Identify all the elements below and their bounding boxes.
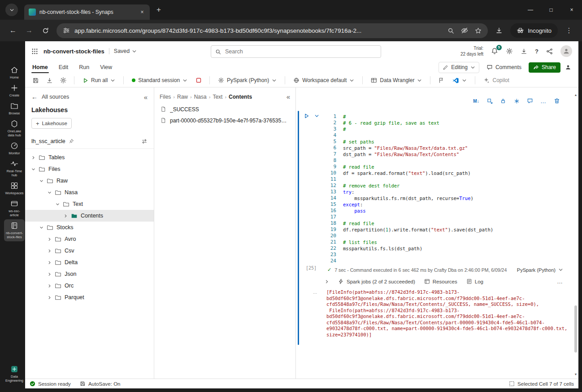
chevron-down-icon[interactable] bbox=[31, 167, 35, 171]
breadcrumb-item[interactable]: Text bbox=[213, 94, 222, 100]
search-input[interactable] bbox=[224, 48, 377, 55]
rail-item-create[interactable]: Create bbox=[4, 82, 25, 100]
code-line[interactable]: # read file bbox=[343, 220, 493, 226]
code-line[interactable]: except: bbox=[343, 201, 493, 208]
rail-item-nb-convert-stock-files[interactable]: nb-convert-stock-files bbox=[4, 219, 25, 241]
spark-jobs-tab[interactable]: Spark jobs (2 of 2 succeeded) bbox=[338, 279, 415, 284]
code-line[interactable]: mssparkutils.fs.rm(dst_path, recurse=Tru… bbox=[343, 195, 493, 201]
tree-item-avro[interactable]: Avro bbox=[25, 233, 154, 245]
output-overflow-icon[interactable]: ... bbox=[313, 289, 317, 295]
code-line[interactable]: # read file bbox=[343, 164, 493, 170]
browser-tab[interactable]: nb-convert-stock-files - Synaps × bbox=[24, 4, 150, 20]
environment-dropdown[interactable]: Workspace default bbox=[291, 75, 356, 86]
convert-to-markdown-icon[interactable]: M↓ bbox=[473, 97, 480, 105]
chevron-down-icon[interactable] bbox=[39, 226, 43, 230]
pin-icon[interactable] bbox=[69, 139, 74, 144]
rail-item-workspaces[interactable]: Workspaces bbox=[4, 179, 25, 197]
chevron-down-icon[interactable] bbox=[39, 179, 43, 183]
code-line[interactable]: # bbox=[343, 113, 493, 120]
tab-close-icon[interactable]: × bbox=[138, 8, 146, 16]
forward-button[interactable]: → bbox=[22, 23, 37, 38]
downloads-button[interactable] bbox=[491, 23, 507, 38]
rail-item-realtime[interactable]: Real-Time hub bbox=[4, 157, 25, 179]
tree-item-csv[interactable]: Csv bbox=[25, 245, 154, 257]
breadcrumb-item[interactable]: Contents bbox=[229, 94, 252, 100]
code-line[interactable] bbox=[343, 157, 493, 164]
downloads-icon[interactable] bbox=[521, 48, 527, 55]
output-expander-chevron-icon[interactable] bbox=[325, 279, 329, 284]
breadcrumb-item[interactable]: Raw bbox=[177, 94, 188, 100]
run-cell-button[interactable] bbox=[304, 113, 309, 119]
tree-item-raw[interactable]: Raw bbox=[25, 175, 154, 187]
code-line[interactable]: src_path = "Files/Raw/Nasa/Text/data.txt… bbox=[343, 145, 493, 151]
breadcrumb-item[interactable]: Nasa bbox=[194, 94, 207, 100]
data-wrangler-dropdown[interactable]: Data Wrangler bbox=[369, 75, 424, 86]
code-line[interactable]: try: bbox=[343, 189, 493, 195]
account-avatar[interactable] bbox=[560, 45, 572, 57]
scroll-down-icon[interactable]: ▼ bbox=[573, 371, 578, 377]
code-line[interactable]: # list files bbox=[343, 239, 493, 245]
code-line[interactable]: dst_path = "Files/Raw/Nasa/Text/Contents… bbox=[343, 151, 493, 157]
code-line[interactable]: # 6 - read gzip file, save as text bbox=[343, 120, 493, 126]
run-all-button[interactable]: Run all bbox=[80, 75, 117, 86]
chevron-down-icon[interactable] bbox=[48, 191, 52, 195]
tree-item-text[interactable]: Text bbox=[25, 198, 154, 210]
output-text[interactable]: [FileInfo(path=abfss://8742d3fd-917c-498… bbox=[326, 289, 568, 338]
rail-item-monitor[interactable]: Monitor bbox=[4, 139, 25, 157]
chevron-down-icon[interactable] bbox=[56, 202, 60, 206]
tree-item-orc[interactable]: Orc bbox=[25, 280, 154, 292]
tree-item-contents[interactable]: Contents bbox=[25, 210, 154, 222]
code-line[interactable] bbox=[343, 258, 493, 264]
bookmark-star-icon[interactable] bbox=[475, 27, 482, 34]
scrollbar-thumb[interactable] bbox=[574, 305, 577, 353]
eye-off-icon[interactable] bbox=[461, 27, 468, 34]
rail-item-data-engineering[interactable]: Data Engineering bbox=[4, 363, 25, 385]
collapse-files-button[interactable]: « bbox=[287, 93, 290, 100]
new-tab-button[interactable]: + bbox=[152, 4, 165, 16]
chevron-right-icon[interactable] bbox=[48, 284, 52, 288]
breadcrumb-item[interactable]: Files bbox=[160, 94, 171, 100]
resources-tab[interactable]: Resources bbox=[424, 279, 457, 284]
tab-edit[interactable]: Edit bbox=[59, 61, 69, 74]
browser-menu-button[interactable]: ⋮ bbox=[561, 23, 577, 38]
code-lines[interactable]: ## 6 - read gzip file, save as text# # s… bbox=[343, 113, 493, 264]
comments-button[interactable]: Comments bbox=[484, 62, 524, 73]
collapse-explorer-button[interactable]: « bbox=[144, 94, 148, 100]
code-line[interactable]: df.repartition(1).write.format("text").s… bbox=[343, 226, 493, 233]
code-line[interactable] bbox=[343, 252, 493, 258]
save-button[interactable] bbox=[30, 75, 40, 85]
code-line[interactable]: # remove dest folder bbox=[343, 183, 493, 189]
all-sources-link[interactable]: All sources bbox=[42, 94, 69, 100]
chevron-right-icon[interactable] bbox=[64, 214, 68, 218]
site-info-icon[interactable] bbox=[63, 27, 70, 34]
move-cell-icon[interactable] bbox=[486, 97, 493, 105]
rail-item-onelake[interactable]: OneLake data hub bbox=[4, 118, 25, 139]
chevron-right-icon[interactable] bbox=[48, 249, 52, 253]
tree-item-parquet[interactable]: Parquet bbox=[25, 292, 154, 303]
output-more-icon[interactable]: … bbox=[557, 278, 563, 285]
tab-view[interactable]: View bbox=[100, 61, 112, 74]
back-button[interactable]: ← bbox=[5, 23, 21, 38]
code-line[interactable]: # set paths bbox=[343, 139, 493, 145]
back-arrow-icon[interactable]: ← bbox=[31, 93, 38, 100]
scroll-up-icon[interactable]: ▲ bbox=[573, 92, 578, 97]
toolbar-settings-icon[interactable] bbox=[58, 75, 68, 85]
session-dropdown[interactable]: Standard session bbox=[130, 75, 190, 86]
editing-mode-dropdown[interactable]: Editing bbox=[439, 62, 479, 73]
save-state-dropdown[interactable]: Saved bbox=[114, 48, 137, 54]
export-button[interactable] bbox=[44, 75, 54, 85]
settings-gear-icon[interactable] bbox=[506, 48, 513, 55]
waffle-icon[interactable] bbox=[31, 48, 38, 55]
zoom-icon[interactable] bbox=[447, 27, 454, 34]
tree-item-delta[interactable]: Delta bbox=[25, 257, 154, 268]
address-bar[interactable]: app.fabric.microsoft.com/groups/8742d3fd… bbox=[56, 23, 488, 38]
log-tab[interactable]: Log bbox=[466, 279, 483, 284]
stop-session-button[interactable] bbox=[194, 75, 204, 85]
chevron-right-icon[interactable] bbox=[48, 272, 52, 276]
code-line[interactable]: df = spark.read.format("text").load(src_… bbox=[343, 170, 493, 176]
notebook-scrollbar[interactable]: ▲ ▼ bbox=[573, 92, 578, 377]
tree-item-files[interactable]: Files bbox=[25, 163, 154, 175]
tree-item-nasa[interactable]: Nasa bbox=[25, 187, 154, 198]
kernel-selector[interactable]: PySpark (Python) bbox=[517, 267, 563, 273]
switch-lakehouse-icon[interactable] bbox=[141, 138, 148, 144]
